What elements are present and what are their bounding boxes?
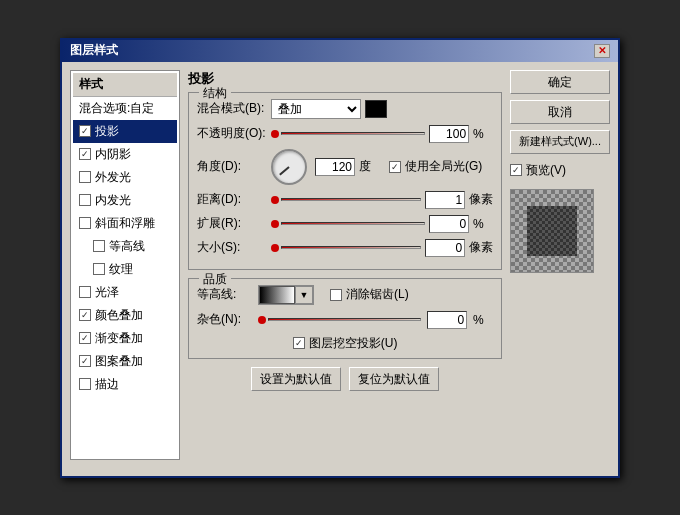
ok-button[interactable]: 确定 <box>510 70 610 94</box>
sidebar-item-texture[interactable]: 纹理 <box>73 258 177 281</box>
satin-label: 光泽 <box>95 284 119 301</box>
distance-input[interactable] <box>425 191 465 209</box>
noise-slider[interactable] <box>268 318 421 321</box>
color-overlay-checkbox[interactable] <box>79 309 91 321</box>
distance-row: 距离(D): 像素 <box>197 191 493 209</box>
stroke-label: 描边 <box>95 376 119 393</box>
noise-slider-wrap <box>258 316 421 324</box>
styles-header: 样式 <box>73 73 177 97</box>
angle-unit: 度 <box>359 158 379 175</box>
cancel-button[interactable]: 取消 <box>510 100 610 124</box>
noise-input[interactable] <box>427 311 467 329</box>
reset-default-button[interactable]: 复位为默认值 <box>349 367 439 391</box>
size-label: 大小(S): <box>197 239 267 256</box>
sidebar-item-drop-shadow[interactable]: 投影 <box>73 120 177 143</box>
angle-input[interactable] <box>315 158 355 176</box>
angle-dial[interactable] <box>271 149 307 185</box>
inner-glow-label: 内发光 <box>95 192 131 209</box>
noise-row: 杂色(N): % <box>197 311 493 329</box>
sidebar-item-inner-glow[interactable]: 内发光 <box>73 189 177 212</box>
global-light-text: 使用全局光(G) <box>405 158 482 175</box>
sidebar-item-satin[interactable]: 光泽 <box>73 281 177 304</box>
noise-label: 杂色(N): <box>197 311 252 328</box>
preview-box <box>510 189 594 273</box>
opacity-label: 不透明度(O): <box>197 125 267 142</box>
opacity-row: 不透明度(O): % <box>197 125 493 143</box>
layer-ko-checkbox[interactable] <box>293 337 305 349</box>
contour-dropdown-btn[interactable]: ▼ <box>295 286 313 304</box>
distance-label: 距离(D): <box>197 191 267 208</box>
sidebar-item-color-overlay[interactable]: 颜色叠加 <box>73 304 177 327</box>
opacity-slider[interactable] <box>281 132 425 135</box>
sidebar-item-outer-glow[interactable]: 外发光 <box>73 166 177 189</box>
anti-alias-text: 消除锯齿(L) <box>346 286 409 303</box>
texture-checkbox[interactable] <box>93 263 105 275</box>
distance-unit: 像素 <box>469 191 493 208</box>
sidebar-item-bevel-emboss[interactable]: 斜面和浮雕 <box>73 212 177 235</box>
dialog-body: 样式 混合选项:自定 投影 内阴影 外发光 内发光 <box>62 62 618 468</box>
sidebar-item-blend-options[interactable]: 混合选项:自定 <box>73 97 177 120</box>
gradient-overlay-label: 渐变叠加 <box>95 330 143 347</box>
blend-mode-row: 混合模式(B): 叠加 正常 溶解 正片叠底 <box>197 99 493 119</box>
drop-shadow-label: 投影 <box>95 123 119 140</box>
inner-shadow-label: 内阴影 <box>95 146 131 163</box>
new-style-button[interactable]: 新建样式式(W)... <box>510 130 610 154</box>
angle-label: 角度(D): <box>197 158 267 175</box>
spread-input[interactable] <box>429 215 469 233</box>
drop-shadow-checkbox[interactable] <box>79 125 91 137</box>
size-slider[interactable] <box>281 246 421 249</box>
satin-checkbox[interactable] <box>79 286 91 298</box>
bevel-emboss-checkbox[interactable] <box>79 217 91 229</box>
outer-glow-checkbox[interactable] <box>79 171 91 183</box>
contour-checkbox[interactable] <box>93 240 105 252</box>
right-button-panel: 确定 取消 新建样式式(W)... 预览(V) <box>510 70 610 460</box>
anti-alias-checkbox[interactable] <box>330 289 342 301</box>
inner-shadow-checkbox[interactable] <box>79 148 91 160</box>
preview-row: 预览(V) <box>510 162 610 179</box>
size-slider-wrap <box>271 244 421 252</box>
close-button[interactable]: ✕ <box>594 44 610 58</box>
sidebar-item-inner-shadow[interactable]: 内阴影 <box>73 143 177 166</box>
sidebar-item-contour[interactable]: 等高线 <box>73 235 177 258</box>
spread-slider[interactable] <box>281 222 425 225</box>
sidebar-item-pattern-overlay[interactable]: 图案叠加 <box>73 350 177 373</box>
sidebar-item-stroke[interactable]: 描边 <box>73 373 177 396</box>
dialog-title: 图层样式 <box>70 42 118 59</box>
blend-mode-label: 混合模式(B): <box>197 100 267 117</box>
distance-slider[interactable] <box>281 198 421 201</box>
contour-row-label: 等高线: <box>197 286 252 303</box>
pattern-overlay-checkbox[interactable] <box>79 355 91 367</box>
stroke-checkbox[interactable] <box>79 378 91 390</box>
contour-gradient[interactable] <box>259 286 295 304</box>
global-light-checkbox[interactable] <box>389 161 401 173</box>
size-unit: 像素 <box>469 239 493 256</box>
bevel-emboss-label: 斜面和浮雕 <box>95 215 155 232</box>
anti-alias-label[interactable]: 消除锯齿(L) <box>330 286 409 303</box>
opacity-input[interactable] <box>429 125 469 143</box>
gradient-overlay-checkbox[interactable] <box>79 332 91 344</box>
quality-title: 品质 <box>199 271 231 288</box>
sidebar-item-gradient-overlay[interactable]: 渐变叠加 <box>73 327 177 350</box>
opacity-slider-wrap <box>271 130 425 138</box>
noise-unit: % <box>473 313 493 327</box>
drop-shadow-section-title: 投影 <box>188 70 502 88</box>
layer-ko-label[interactable]: 图层挖空投影(U) <box>293 335 398 352</box>
contour-picker[interactable]: ▼ <box>258 285 314 305</box>
global-light-label[interactable]: 使用全局光(G) <box>389 158 482 175</box>
distance-dot <box>271 196 279 204</box>
size-input[interactable] <box>425 239 465 257</box>
opacity-slider-dot <box>271 130 279 138</box>
spread-label: 扩展(R): <box>197 215 267 232</box>
blend-mode-select[interactable]: 叠加 正常 溶解 正片叠底 <box>271 99 361 119</box>
size-dot <box>271 244 279 252</box>
inner-glow-checkbox[interactable] <box>79 194 91 206</box>
layer-ko-row: 图层挖空投影(U) <box>197 335 493 352</box>
set-default-button[interactable]: 设置为默认值 <box>251 367 341 391</box>
spread-row: 扩展(R): % <box>197 215 493 233</box>
angle-row: 角度(D): 度 使用全局光(G) <box>197 149 493 185</box>
noise-dot <box>258 316 266 324</box>
distance-slider-wrap <box>271 196 421 204</box>
shadow-color-swatch[interactable] <box>365 100 387 118</box>
spread-unit: % <box>473 217 493 231</box>
preview-checkbox[interactable] <box>510 164 522 176</box>
